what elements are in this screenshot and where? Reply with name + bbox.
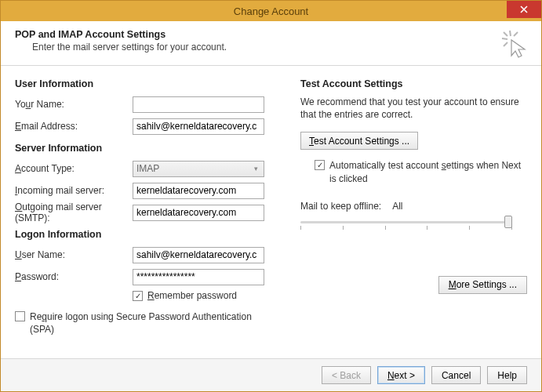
spa-label: Require logon using Secure Password Auth… (30, 310, 252, 336)
mail-offline-label: Mail to keep offline: (300, 201, 381, 212)
help-button[interactable]: Help (487, 366, 527, 384)
test-heading: Test Account Settings (300, 78, 527, 89)
incoming-server-input[interactable] (133, 183, 264, 199)
your-name-label: Your Name: (15, 99, 133, 110)
user-name-label: User Name: (15, 249, 133, 260)
test-account-button[interactable]: Test Account Settings ... (300, 132, 418, 150)
email-input[interactable] (133, 118, 264, 135)
next-button[interactable]: Next > (377, 366, 425, 384)
mail-offline-slider[interactable] (300, 215, 512, 234)
window-title: Change Account (234, 5, 308, 17)
cancel-button[interactable]: Cancel (431, 366, 481, 384)
server-info-heading: Server Information (15, 143, 282, 154)
right-column: Test Account Settings We recommend that … (300, 78, 527, 340)
close-icon (520, 5, 528, 13)
remember-password-checkbox[interactable]: ✓ (133, 291, 143, 301)
slider-ticks (300, 226, 512, 230)
header-subtitle: Enter the mail server settings for your … (32, 42, 527, 53)
spa-checkbox[interactable] (15, 311, 25, 321)
account-type-label: Account Type: (15, 163, 133, 174)
auto-test-checkbox[interactable]: ✓ (315, 160, 325, 170)
email-label: Email Address: (15, 121, 133, 132)
your-name-input[interactable] (133, 96, 264, 113)
outgoing-label: Outgoing mail server (SMTP): (15, 201, 133, 223)
password-input[interactable] (133, 269, 264, 285)
cursor-click-icon (500, 29, 527, 59)
dialog-body: User Information Your Name: Email Addres… (1, 66, 541, 340)
account-type-select[interactable]: IMAP ▾ (133, 161, 264, 177)
logon-info-heading: Logon Information (15, 229, 282, 240)
remember-password-label: Remember password (147, 290, 237, 301)
more-settings-button[interactable]: More Settings ... (438, 276, 527, 294)
titlebar: Change Account (1, 1, 541, 21)
mail-offline-value: All (392, 201, 402, 212)
password-label: Password: (15, 271, 133, 282)
test-recommend-text: We recommend that you test your account … (300, 96, 527, 121)
user-name-input[interactable] (133, 247, 264, 263)
slider-thumb[interactable] (504, 216, 512, 228)
account-type-value: IMAP (136, 163, 159, 174)
auto-test-label: Automatically test account settings when… (329, 159, 521, 184)
change-account-window: Change Account POP and IMAP Account Sett… (0, 0, 542, 392)
close-button[interactable] (507, 1, 541, 18)
header-title: POP and IMAP Account Settings (15, 29, 527, 40)
outgoing-server-input[interactable] (133, 205, 264, 221)
user-info-heading: User Information (15, 78, 282, 89)
incoming-label: Incoming mail server: (15, 185, 133, 196)
left-column: User Information Your Name: Email Addres… (15, 78, 282, 340)
back-button[interactable]: < Back (322, 366, 371, 384)
chevron-down-icon: ▾ (249, 165, 262, 172)
dialog-footer: < Back Next > Cancel Help (1, 358, 541, 391)
slider-track (300, 221, 512, 223)
dialog-header: POP and IMAP Account Settings Enter the … (1, 21, 541, 66)
